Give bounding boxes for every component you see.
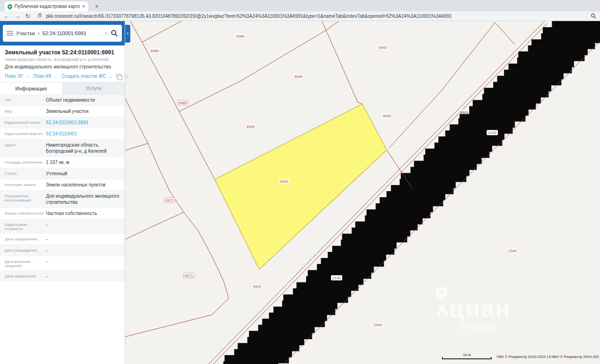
info-row: Кадастровый номер:52:24:0110001:6991 [0,117,125,128]
parcel-usage: Для индивидуального жилищного строительс… [5,64,120,69]
info-row-label: Дата внесения сведений: [5,259,46,268]
tab-information[interactable]: Информация [0,82,62,94]
parcel-label: 6972 [164,198,175,203]
parcel-title: Земельный участок 52:24:0110001:6991 [5,49,120,56]
info-row-label: Дата определения: [5,236,46,242]
favorite-star-icon[interactable]: ☆ [123,73,129,79]
search-box[interactable]: Участки ▾ × [3,25,122,42]
info-row-value: Объект недвижимости [46,97,120,103]
result-card: Земельный участок 52:24:0110001:6991 Ниж… [0,45,125,82]
parcel-label: 6991 [279,179,290,184]
info-row-value: - [46,236,120,242]
info-row: Дата определения:- [0,233,125,245]
sidebar-collapse-button[interactable]: ‹ [125,25,130,43]
info-row-label: Статус: [5,171,46,177]
new-tab-button[interactable]: + [92,2,101,10]
info-row: Дата утверждения:- [0,245,125,256]
info-row: Статус:Учтенный [0,168,125,179]
info-row-value: Для индивидуального жилищного строительс… [46,193,120,205]
info-row-value-link[interactable]: 52:24:0110001 [46,131,120,137]
info-row-value: Земельный участок [46,108,120,114]
page-zoom-icon[interactable] [591,13,596,19]
info-row-value: - [46,259,120,268]
info-row-label: Кадастровый номер: [5,119,46,126]
forward-icon[interactable]: → [15,13,21,19]
info-row: Вид:Земельный участок [0,105,125,117]
map-canvas[interactable] [125,21,600,364]
info-row: Дата внесения сведений:- [0,256,125,270]
parcel-label: 6990 [246,125,256,129]
cian-pin-icon [432,286,451,319]
lock-icon [38,15,41,17]
url-bar[interactable]: pkk.rosreestr.ru/#/search/56.01733077879… [46,14,586,19]
parcel-label: 6990 [293,74,304,79]
info-row-value: - [46,222,120,231]
info-row-label: Вид: [5,108,46,114]
info-row-label: Кадастровый квартал: [5,131,46,137]
info-row-label: Дата применения: [5,273,46,279]
map-scalebar: 10 м [442,353,492,359]
map-attribution: ПКК © Росреестр 2010-2022 | ЕЭКО © Росре… [497,355,599,359]
cadastral-map[interactable]: циан циан 698969896989699069906991699269… [125,21,600,364]
parcel-label: 2140 [331,275,342,281]
info-row: Форма собственности:Частная собственност… [0,208,125,219]
info-row: Кадастровая стоимость:- [0,219,125,233]
scalebar-line [442,357,492,359]
info-row: Категория земель:Земли населённых пункто… [0,179,125,190]
parcel-label: 6992 [382,114,392,118]
parcel-label: 2344 [507,249,518,253]
info-row: Адрес:Нижегородская область, Богородский… [0,139,125,156]
info-row-value: Учтенный [46,171,120,177]
info-table: Тип:Объект недвижимостиВид:Земельный уча… [0,94,125,282]
info-row-label: Площадь уточненная: [5,159,46,165]
parcel-label: 2344 [373,323,383,327]
info-row-value: Нижегородская область, Богородский р-н, … [46,142,120,154]
info-row-value: - [46,247,120,253]
back-icon[interactable]: ← [4,13,10,19]
info-row-label: Кадастровая стоимость: [5,222,46,231]
clear-search-icon[interactable]: × [104,30,108,37]
info-row: Площадь уточненная:1 157 кв. м [0,156,125,168]
search-category-select[interactable]: Участки [16,30,35,36]
info-row: Разрешенное использование:Для индивидуал… [0,190,125,208]
parcel-label: 6992 [378,45,388,50]
parcel-label: 6989 [235,34,246,38]
info-row-label: Адрес: [5,142,46,154]
info-row-value: Частная собственность [46,210,120,216]
plan-zu-link[interactable]: План ЗУ → [5,74,29,79]
browser-tabstrip: Публичная кадастровая карта × + [0,0,600,11]
parcel-label: 6921 [459,110,469,114]
info-row-value-link[interactable]: 52:24:0110001:6991 [46,119,120,126]
parcel-label: 6989 [177,100,188,105]
search-icon[interactable] [111,30,118,37]
info-row-label: Разрешенное использование: [5,193,46,205]
reload-icon[interactable]: ↻ [25,13,30,19]
tab-title: Публичная кадастровая карта [15,4,80,9]
site-favicon-icon [7,3,13,9]
watermark-ghost: циан [458,318,500,336]
scalebar-label: 10 м [442,353,492,357]
info-sidebar: Участки ▾ × Земельный участок 52:24:0110… [0,21,125,364]
info-row-label: Тип: [5,97,46,103]
plan-kk-link[interactable]: План КК → [33,74,57,79]
info-row-label: Форма собственности: [5,210,46,216]
create-zhs-link[interactable]: Создать участок ЖС → [61,74,112,79]
info-row-label: Категория земель: [5,182,46,188]
result-links: План ЗУ → План КК → Создать участок ЖС →… [5,73,120,79]
browser-toolbar: ← → ↻ pkk.rosreestr.ru/#/search/56.01733… [0,11,600,21]
search-input[interactable] [42,30,101,36]
browser-tab[interactable]: Публичная кадастровая карта × [5,1,88,11]
tab-services[interactable]: Услуги [62,82,125,94]
menu-icon[interactable] [7,30,13,37]
layers-icon[interactable] [116,74,120,78]
info-row-value: Земли населённых пунктов [46,182,120,188]
tab-close-icon[interactable]: × [82,4,85,9]
parcel-location: Нижегородская область, Богородский р-н, … [5,57,120,62]
info-row: Тип:Объект недвижимости [0,94,125,105]
info-row-value: 1 157 кв. м [46,159,120,165]
info-row-value: - [46,273,120,279]
info-row: Дата применения:- [0,270,125,282]
parcel-label: 6921 [252,284,262,289]
info-row: Кадастровый квартал:52:24:0110001 [0,128,125,139]
chevron-down-icon[interactable]: ▾ [38,31,39,36]
